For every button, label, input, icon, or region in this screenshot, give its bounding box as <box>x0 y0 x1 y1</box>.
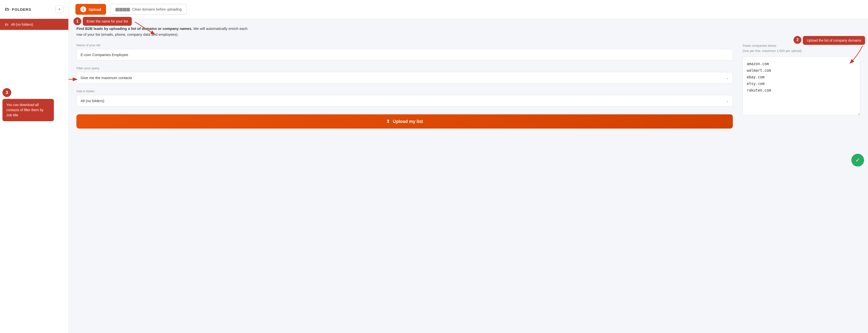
tooltip-1-container: 1 Enter the name for your list <box>73 17 132 26</box>
sidebar-item-all-folders[interactable]: 🗁 All (no folders) <box>0 19 68 30</box>
tooltip-1-badge: 1 <box>73 18 81 25</box>
sidebar-title: 🗁 FOLDERS <box>5 7 31 12</box>
right-column: 2 Upload the list of company domains Pas… <box>743 43 860 115</box>
clean-domains-button[interactable]: ▦▦▦▦ Clean domains before uploading <box>110 4 187 15</box>
folder-field-group: Add in folder: All (no folders) Folder 1… <box>76 89 733 106</box>
clean-domains-label: Clean domains before uploading <box>132 7 182 11</box>
filter-select[interactable]: Give me the maximum contacts Filter by j… <box>76 72 733 84</box>
folder-select[interactable]: All (no folders) Folder 1 Folder 2 <box>76 95 733 106</box>
chat-icon: ✓ <box>856 157 860 163</box>
sidebar-title-text: FOLDERS <box>12 7 31 11</box>
filter-field-group: Filter your query Give me <box>76 66 733 84</box>
chat-button[interactable]: ✓ <box>851 154 864 166</box>
sidebar: 🗁 FOLDERS + 🗁 All (no folders) 3 You can… <box>0 0 69 333</box>
paste-label-line2: (one per line, maximum 1,000 per upload) <box>743 49 802 53</box>
upload-btn-label: Upload my list <box>393 119 423 124</box>
topbar: 1 Upload ▦▦▦▦ Clean domains before uploa… <box>69 0 868 19</box>
upload-tab-label: Upload <box>89 7 101 11</box>
paste-label-line1: Paste companies below <box>743 44 776 47</box>
sidebar-item-label: All (no folders) <box>11 23 33 27</box>
filter-label: Filter your query <box>76 66 733 70</box>
tooltip-2-box: Upload the list of company domains <box>803 36 865 45</box>
tooltip-3-badge: 3 <box>2 88 11 97</box>
filter-arrow-svg <box>69 74 79 84</box>
tooltip-1-box: Enter the name for your list <box>83 17 132 26</box>
two-column-layout: Name of your list Filter your query <box>76 43 860 129</box>
tooltip-3-box: You can download all contacts of filter … <box>2 99 54 121</box>
upload-icon: ⬆ <box>386 119 390 124</box>
tooltip-3-container: 3 You can download all contacts of filte… <box>2 88 54 121</box>
tooltip-2-arrow <box>843 46 868 65</box>
name-label: Name of your list <box>76 43 733 47</box>
sidebar-header: 🗁 FOLDERS + <box>0 0 68 19</box>
description-bold: Find B2B leads by uploading a list of do… <box>76 27 192 31</box>
folder-icon: 🗁 <box>5 7 9 12</box>
folder-select-wrapper: All (no folders) Folder 1 Folder 2 ⌄ <box>76 95 733 106</box>
folder-label: Add in folder: <box>76 89 733 93</box>
upload-step-number: 1 <box>80 6 86 12</box>
main-panel: 1 Upload ▦▦▦▦ Clean domains before uploa… <box>69 0 868 333</box>
content-area: Find B2B leads by uploading a list of do… <box>69 19 868 333</box>
tooltip-1-arrow <box>135 22 164 36</box>
domains-textarea[interactable]: amazon.com walmart.com ebay.com etsy.com… <box>743 57 860 115</box>
folder-small-icon: 🗁 <box>5 22 8 27</box>
filter-select-wrapper: Give me the maximum contacts Filter by j… <box>76 72 733 84</box>
list-name-input[interactable] <box>76 49 733 61</box>
barcode-icon: ▦▦▦▦ <box>115 7 130 12</box>
upload-tab[interactable]: 1 Upload <box>75 4 106 15</box>
svg-line-0 <box>135 22 154 34</box>
name-field-group: Name of your list <box>76 43 733 61</box>
add-folder-button[interactable]: + <box>56 5 63 13</box>
paste-label: Paste companies below (one per line, max… <box>743 43 860 54</box>
upload-my-list-button[interactable]: ⬆ Upload my list <box>76 114 733 129</box>
left-column: Name of your list Filter your query <box>76 43 733 129</box>
tooltip-2-badge: 2 <box>794 36 801 44</box>
tooltip-2-container: 2 Upload the list of company domains <box>794 36 865 45</box>
